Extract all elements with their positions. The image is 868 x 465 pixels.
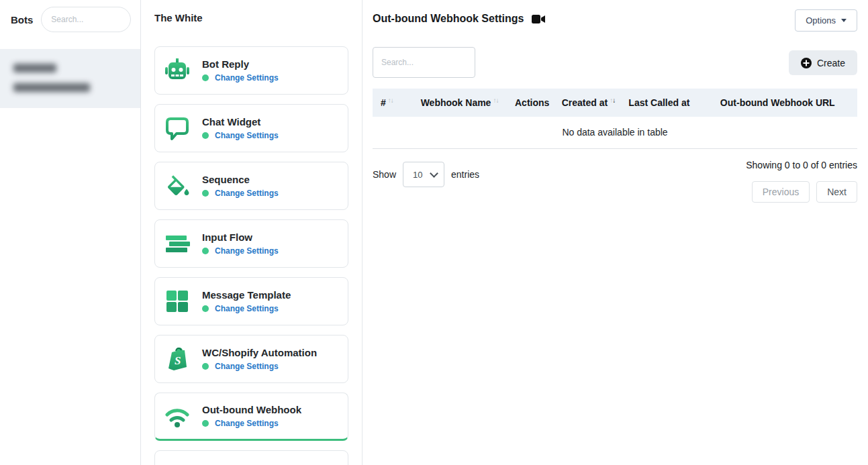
blurred-bot-name <box>13 64 56 72</box>
status-dot <box>202 305 209 312</box>
page-size-value: 10 <box>413 170 422 180</box>
page-title: Out-bound Webhook Settings <box>373 13 524 25</box>
column-header-actions[interactable]: Actions <box>508 89 557 117</box>
status-dot <box>202 420 209 427</box>
table-search-input[interactable] <box>373 47 475 78</box>
empty-table-row: No data available in table <box>373 117 857 149</box>
column-header-webhook-url[interactable]: Out-bound Webhook URL <box>698 89 857 117</box>
shopify-bag-icon: S <box>163 345 191 373</box>
status-dot <box>202 248 209 254</box>
sort-icon-desc-active: ↑↓ <box>610 97 615 104</box>
tool-card-out-bound-webhook[interactable]: Out-bound Webhook Change Settings <box>154 393 348 441</box>
tool-card-partial[interactable] <box>154 450 348 465</box>
next-page-button[interactable]: Next <box>816 181 857 203</box>
change-settings-link[interactable]: Change Settings <box>215 73 279 83</box>
svg-text:S: S <box>175 354 181 367</box>
create-button-label: Create <box>817 58 845 68</box>
bot-name-title: The White <box>154 12 348 23</box>
entries-summary: Showing 0 to 0 of 0 entries <box>746 160 857 170</box>
sort-icon: ↑↓ <box>493 97 498 104</box>
tool-card-label: Out-bound Webhook <box>202 404 301 415</box>
change-settings-link[interactable]: Change Settings <box>215 246 279 256</box>
status-dot <box>202 132 209 139</box>
blurred-bot-phone <box>13 83 90 92</box>
tool-card-label: Sequence <box>202 174 279 185</box>
grid-icon <box>163 287 191 315</box>
table-header-row: #↑↓ Webhook Name↑↓ Actions Created at↑↓ … <box>373 89 857 117</box>
tool-card-label: Message Template <box>202 289 291 301</box>
tool-card-label: Input Flow <box>202 231 279 243</box>
change-settings-link[interactable]: Change Settings <box>215 304 279 313</box>
tool-card-chat-widget[interactable]: Chat Widget Change Settings <box>154 104 348 152</box>
sort-icon: ↑↓ <box>388 97 393 104</box>
sidebar-title: Bots <box>11 14 33 25</box>
sidebar-header: Bots <box>0 0 140 39</box>
tool-card-label: Bot Reply <box>202 58 279 70</box>
webhook-settings-panel: Out-bound Webhook Settings Options <box>363 0 868 465</box>
change-settings-link[interactable]: Change Settings <box>215 419 279 428</box>
paint-bucket-icon <box>163 172 191 200</box>
chevron-down-icon <box>841 19 847 22</box>
plus-circle-icon <box>801 58 812 68</box>
change-settings-link[interactable]: Change Settings <box>215 131 279 140</box>
bots-sidebar: Bots <box>0 0 141 465</box>
webhooks-table: #↑↓ Webhook Name↑↓ Actions Created at↑↓ … <box>373 89 857 149</box>
column-header-webhook-name[interactable]: Webhook Name↑↓ <box>411 89 508 117</box>
column-header-created-at[interactable]: Created at↑↓ <box>557 89 620 117</box>
tool-card-input-flow[interactable]: Input Flow Change Settings <box>154 219 348 268</box>
robot-icon <box>163 56 191 85</box>
wifi-icon <box>163 402 191 430</box>
status-dot <box>202 74 209 81</box>
bot-list-item-selected[interactable] <box>0 49 140 108</box>
tool-card-message-template[interactable]: Message Template Change Settings <box>154 277 348 325</box>
status-dot <box>202 190 209 197</box>
tool-card-label: WC/Shopify Automation <box>202 347 317 358</box>
previous-page-button[interactable]: Previous <box>752 181 810 203</box>
tool-card-label: Chat Widget <box>202 116 279 127</box>
entries-label: entries <box>451 169 479 180</box>
options-button-label: Options <box>806 15 836 25</box>
show-label: Show <box>373 169 396 180</box>
chevron-down-icon <box>430 169 438 178</box>
bot-tools-panel: The White Bot Reply Change Settings <box>141 0 363 465</box>
video-camera-icon[interactable] <box>532 14 546 24</box>
column-header-index[interactable]: #↑↓ <box>373 89 411 117</box>
change-settings-link[interactable]: Change Settings <box>215 362 279 371</box>
tool-card-wc-shopify[interactable]: S WC/Shopify Automation Change Settings <box>154 335 348 383</box>
page-size-select[interactable]: 10 <box>403 162 444 187</box>
tool-card-bot-reply[interactable]: Bot Reply Change Settings <box>154 46 348 95</box>
bars-icon <box>163 229 191 258</box>
status-dot <box>202 363 209 370</box>
options-button[interactable]: Options <box>795 9 857 32</box>
tool-card-sequence[interactable]: Sequence Change Settings <box>154 162 348 210</box>
chat-bubble-icon <box>163 114 191 142</box>
column-header-last-called-at[interactable]: Last Called at <box>620 89 697 117</box>
bots-search-input[interactable] <box>41 7 131 32</box>
create-button[interactable]: Create <box>789 50 857 75</box>
empty-table-message: No data available in table <box>373 117 857 149</box>
change-settings-link[interactable]: Change Settings <box>215 189 279 198</box>
